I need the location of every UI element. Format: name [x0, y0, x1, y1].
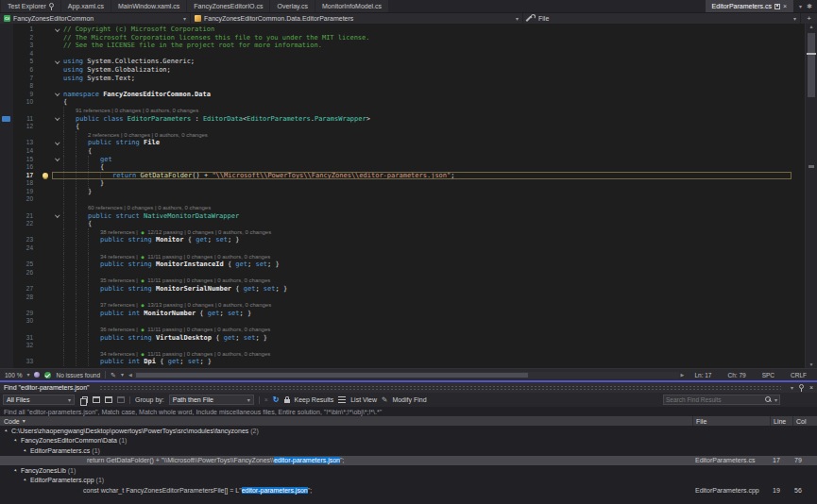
- list-view-button[interactable]: List View: [350, 396, 377, 403]
- status-char-number[interactable]: Ch: 79: [722, 372, 751, 378]
- vertical-scrollbar[interactable]: ▲ ▼: [805, 24, 817, 368]
- tab-editorparameters-active[interactable]: EditorParameters.cs ×: [706, 0, 794, 12]
- line-number[interactable]: 9: [13, 91, 40, 99]
- file-column-header[interactable]: File: [692, 416, 770, 426]
- glyph-margin-cell[interactable]: [0, 260, 13, 269]
- glyph-margin-cell[interactable]: [0, 163, 13, 172]
- scroll-left-icon[interactable]: ◀: [128, 373, 132, 378]
- fold-chevron-icon[interactable]: [55, 212, 60, 217]
- lightbulb-icon[interactable]: [43, 173, 48, 178]
- code-line-1[interactable]: 1// Copyright (c) Microsoft Corporation: [0, 25, 805, 34]
- line-number[interactable]: 15: [13, 156, 40, 164]
- code-line-14[interactable]: 14{: [0, 147, 805, 156]
- code-line-15[interactable]: 15get: [0, 156, 805, 164]
- glyph-margin-cell[interactable]: [0, 269, 13, 277]
- fold-chevron-icon[interactable]: [55, 156, 60, 160]
- glyph-margin-cell[interactable]: [0, 236, 13, 244]
- glyph-margin-cell[interactable]: [0, 220, 13, 228]
- code-line-26[interactable]: 26: [0, 269, 805, 277]
- code-line-12[interactable]: 12{: [0, 123, 805, 131]
- glyph-margin-cell[interactable]: [0, 82, 13, 91]
- document-well-options-icon[interactable]: ✱: [807, 3, 812, 9]
- fold-margin-cell[interactable]: [51, 159, 63, 160]
- codelens-row[interactable]: 34 references | ● 11/11 passing | 0 chan…: [0, 350, 805, 359]
- status-line-number[interactable]: Ln: 17: [689, 372, 717, 378]
- glyph-margin-cell[interactable]: [0, 228, 13, 237]
- search-find-results-box[interactable]: ▾: [663, 395, 780, 405]
- code-line-6[interactable]: 6using System.Globalization;: [0, 66, 805, 75]
- code-line-21[interactable]: 21public struct NativeMonitorDataWrapper: [0, 212, 805, 221]
- horizontal-scrollbar-thumb[interactable]: [136, 373, 528, 378]
- pin-icon[interactable]: [799, 384, 804, 392]
- find-match-row[interactable]: const wchar_t FancyZonesEditorParameters…: [0, 485, 817, 496]
- line-number[interactable]: 13: [13, 139, 40, 147]
- codelens-text[interactable]: 11/11 passing | 0 changes | 0 authors, 0…: [146, 277, 271, 285]
- expanded-triangle-icon[interactable]: ▼: [23, 478, 28, 483]
- code-line-31[interactable]: 31public string VirtualDesktop { get; se…: [0, 334, 805, 343]
- glyph-margin-cell[interactable]: [0, 334, 13, 343]
- code-line-18[interactable]: 18}: [0, 179, 805, 188]
- glyph-margin-cell[interactable]: [0, 139, 13, 147]
- glyph-margin-cell[interactable]: [0, 294, 13, 302]
- modify-find-button[interactable]: Modify Find: [392, 396, 426, 403]
- code-line-16[interactable]: 16{: [0, 163, 805, 172]
- glyph-margin-cell[interactable]: [0, 253, 13, 261]
- type-dropdown[interactable]: FancyZonesEditorCommon.Data.EditorParame…: [191, 13, 523, 24]
- glyph-margin-cell[interactable]: [0, 277, 13, 285]
- group-by-combobox[interactable]: Path then File ▾: [169, 395, 254, 405]
- line-number[interactable]: 22: [13, 220, 40, 228]
- find-group-row[interactable]: ▼FancyZonesLib (1): [0, 465, 817, 476]
- find-group-row[interactable]: ▼EditorParameters.cpp (1): [0, 476, 817, 486]
- find-match-row[interactable]: return GetDataFolder() + "\\Microsoft\\P…: [0, 456, 817, 466]
- line-column-header[interactable]: Line: [770, 416, 792, 426]
- line-number[interactable]: 20: [13, 195, 40, 204]
- line-number[interactable]: 10: [13, 98, 40, 107]
- line-number[interactable]: 23: [13, 236, 40, 244]
- fold-margin-cell[interactable]: [51, 118, 63, 120]
- codelens-text[interactable]: 35 references |: [100, 277, 140, 285]
- codelens-text[interactable]: 11/11 passing | 0 changes | 0 authors, 0…: [146, 253, 271, 261]
- glyph-margin-cell[interactable]: [0, 350, 13, 359]
- glyph-margin-cell[interactable]: [0, 212, 13, 221]
- codelens-text[interactable]: 11/11 passing | 0 changes | 0 authors, 0…: [146, 326, 271, 334]
- chevron-down-icon[interactable]: ▾: [774, 397, 777, 403]
- status-indent-mode[interactable]: SPC: [757, 372, 780, 378]
- line-number[interactable]: 7: [13, 75, 40, 83]
- line-number[interactable]: 17: [13, 172, 40, 180]
- code-line-24[interactable]: 24: [0, 244, 805, 253]
- codelens-row[interactable]: 2 references | 0 changes | 0 authors, 0 …: [0, 131, 805, 140]
- glyph-margin-cell[interactable]: [0, 115, 13, 124]
- glyph-margin-cell[interactable]: [0, 98, 13, 107]
- glyph-margin-cell[interactable]: [0, 179, 13, 188]
- glyph-margin-cell[interactable]: [0, 91, 13, 99]
- glyph-margin-cell[interactable]: [0, 204, 13, 212]
- expanded-triangle-icon[interactable]: ▼: [13, 467, 19, 473]
- glyph-margin-cell[interactable]: [0, 358, 13, 366]
- line-number[interactable]: 32: [13, 342, 40, 350]
- line-number[interactable]: 18: [13, 179, 40, 188]
- code-line-30[interactable]: 30: [0, 317, 805, 326]
- glyph-margin-cell[interactable]: [0, 172, 13, 180]
- fold-chevron-icon[interactable]: [55, 92, 60, 96]
- clear-results-icon[interactable]: [117, 396, 125, 403]
- fold-margin-cell[interactable]: [51, 93, 63, 95]
- fold-margin-cell[interactable]: [51, 143, 63, 144]
- line-number[interactable]: 30: [13, 317, 40, 326]
- fold-margin-cell[interactable]: [51, 215, 63, 217]
- scope-combobox[interactable]: All Files ▾: [3, 395, 75, 405]
- code-line-4[interactable]: 4: [0, 50, 805, 59]
- search-icon[interactable]: [765, 396, 773, 404]
- codelens-text[interactable]: 60 references | 0 changes | 0 authors, 0…: [88, 204, 211, 212]
- copy-results-icon[interactable]: [82, 396, 88, 403]
- glyph-margin-cell[interactable]: [0, 342, 13, 350]
- line-number[interactable]: 27: [13, 285, 40, 294]
- pen-icon[interactable]: ✎: [111, 372, 116, 378]
- project-dropdown[interactable]: C# FancyZonesEditorCommon ▾: [0, 13, 191, 24]
- split-window-button[interactable]: +: [801, 14, 817, 23]
- codelens-text[interactable]: 34 references |: [100, 350, 140, 359]
- fold-chevron-icon[interactable]: [55, 115, 60, 120]
- code-line-7[interactable]: 7using System.Text;: [0, 75, 805, 83]
- code-line-10[interactable]: 10{: [0, 98, 805, 107]
- codelens-text[interactable]: 37 references |: [100, 301, 140, 310]
- fold-margin-cell[interactable]: [51, 29, 63, 31]
